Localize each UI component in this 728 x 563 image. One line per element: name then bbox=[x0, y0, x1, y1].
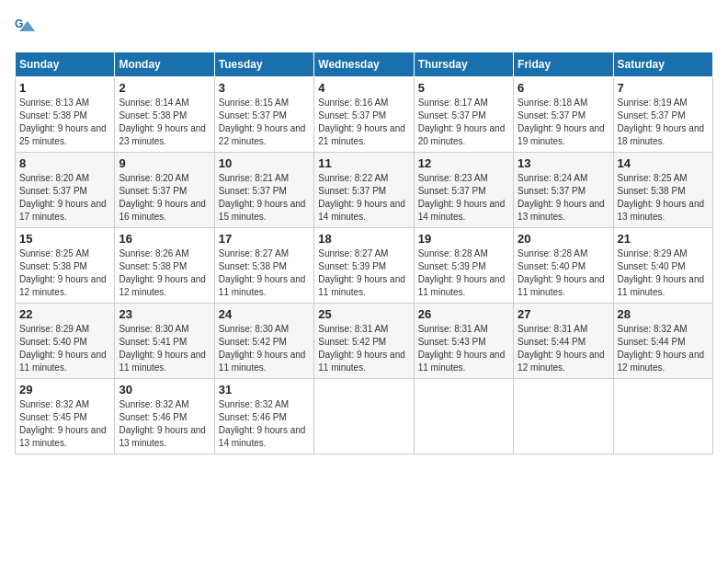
calendar-cell: 2 Sunrise: 8:14 AMSunset: 5:38 PMDayligh… bbox=[115, 77, 214, 153]
day-number: 30 bbox=[119, 383, 210, 396]
calendar-cell: 3 Sunrise: 8:15 AMSunset: 5:37 PMDayligh… bbox=[214, 77, 313, 153]
calendar-cell: 19 Sunrise: 8:28 AMSunset: 5:39 PMDaylig… bbox=[414, 228, 513, 304]
day-number: 4 bbox=[318, 81, 409, 95]
day-number: 5 bbox=[418, 81, 509, 95]
calendar-cell: 17 Sunrise: 8:27 AMSunset: 5:38 PMDaylig… bbox=[214, 228, 313, 304]
calendar-cell: 21 Sunrise: 8:29 AMSunset: 5:40 PMDaylig… bbox=[613, 228, 712, 304]
day-info: Sunrise: 8:21 AMSunset: 5:37 PMDaylight:… bbox=[219, 172, 310, 224]
day-header-tuesday: Tuesday bbox=[214, 52, 313, 77]
calendar-cell: 14 Sunrise: 8:25 AMSunset: 5:38 PMDaylig… bbox=[613, 153, 712, 228]
day-info: Sunrise: 8:32 AMSunset: 5:44 PMDaylight:… bbox=[618, 323, 709, 374]
calendar-week-row: 1 Sunrise: 8:13 AMSunset: 5:38 PMDayligh… bbox=[16, 77, 713, 153]
day-number: 20 bbox=[518, 232, 609, 246]
calendar-cell bbox=[514, 379, 613, 454]
day-number: 29 bbox=[19, 383, 110, 396]
calendar-cell bbox=[314, 379, 414, 454]
day-number: 9 bbox=[119, 156, 210, 170]
calendar-cell: 1 Sunrise: 8:13 AMSunset: 5:38 PMDayligh… bbox=[16, 77, 115, 153]
day-info: Sunrise: 8:29 AMSunset: 5:40 PMDaylight:… bbox=[19, 323, 110, 374]
day-number: 13 bbox=[518, 156, 609, 170]
day-number: 21 bbox=[618, 232, 709, 246]
calendar-cell: 15 Sunrise: 8:25 AMSunset: 5:38 PMDaylig… bbox=[16, 228, 115, 304]
day-info: Sunrise: 8:31 AMSunset: 5:42 PMDaylight:… bbox=[318, 323, 409, 374]
day-number: 31 bbox=[219, 383, 310, 396]
day-info: Sunrise: 8:23 AMSunset: 5:37 PMDaylight:… bbox=[418, 172, 509, 224]
day-number: 28 bbox=[618, 307, 709, 321]
calendar-cell: 25 Sunrise: 8:31 AMSunset: 5:42 PMDaylig… bbox=[314, 304, 414, 379]
day-info: Sunrise: 8:31 AMSunset: 5:43 PMDaylight:… bbox=[418, 323, 509, 374]
page-header: G bbox=[15, 15, 713, 40]
calendar-cell: 20 Sunrise: 8:28 AMSunset: 5:40 PMDaylig… bbox=[514, 228, 613, 304]
calendar-cell: 29 Sunrise: 8:32 AMSunset: 5:45 PMDaylig… bbox=[16, 379, 115, 454]
day-info: Sunrise: 8:25 AMSunset: 5:38 PMDaylight:… bbox=[618, 172, 709, 224]
calendar-cell: 24 Sunrise: 8:30 AMSunset: 5:42 PMDaylig… bbox=[214, 304, 313, 379]
day-number: 26 bbox=[418, 307, 509, 321]
calendar-week-row: 15 Sunrise: 8:25 AMSunset: 5:38 PMDaylig… bbox=[16, 228, 713, 304]
calendar-body: 1 Sunrise: 8:13 AMSunset: 5:38 PMDayligh… bbox=[16, 77, 713, 454]
day-number: 16 bbox=[119, 232, 210, 246]
calendar-cell: 22 Sunrise: 8:29 AMSunset: 5:40 PMDaylig… bbox=[16, 304, 115, 379]
calendar-week-row: 29 Sunrise: 8:32 AMSunset: 5:45 PMDaylig… bbox=[16, 379, 713, 454]
calendar-header-row: SundayMondayTuesdayWednesdayThursdayFrid… bbox=[16, 52, 713, 77]
day-info: Sunrise: 8:29 AMSunset: 5:40 PMDaylight:… bbox=[618, 247, 709, 299]
day-number: 25 bbox=[318, 307, 409, 321]
day-header-monday: Monday bbox=[115, 52, 214, 77]
calendar-week-row: 8 Sunrise: 8:20 AMSunset: 5:37 PMDayligh… bbox=[16, 153, 713, 228]
day-info: Sunrise: 8:18 AMSunset: 5:37 PMDaylight:… bbox=[518, 97, 609, 148]
day-info: Sunrise: 8:20 AMSunset: 5:37 PMDaylight:… bbox=[119, 172, 210, 224]
day-info: Sunrise: 8:28 AMSunset: 5:40 PMDaylight:… bbox=[518, 247, 609, 299]
calendar-cell: 26 Sunrise: 8:31 AMSunset: 5:43 PMDaylig… bbox=[414, 304, 513, 379]
day-number: 22 bbox=[19, 307, 110, 321]
day-info: Sunrise: 8:28 AMSunset: 5:39 PMDaylight:… bbox=[418, 247, 509, 299]
calendar-table: SundayMondayTuesdayWednesdayThursdayFrid… bbox=[15, 52, 713, 454]
day-info: Sunrise: 8:27 AMSunset: 5:38 PMDaylight:… bbox=[219, 247, 310, 299]
logo: G bbox=[15, 15, 44, 40]
day-info: Sunrise: 8:32 AMSunset: 5:46 PMDaylight:… bbox=[119, 398, 210, 450]
calendar-cell bbox=[414, 379, 513, 454]
day-number: 3 bbox=[219, 81, 310, 95]
day-number: 7 bbox=[618, 81, 709, 95]
calendar-cell: 6 Sunrise: 8:18 AMSunset: 5:37 PMDayligh… bbox=[514, 77, 613, 153]
day-info: Sunrise: 8:14 AMSunset: 5:38 PMDaylight:… bbox=[119, 97, 210, 148]
calendar-cell: 31 Sunrise: 8:32 AMSunset: 5:46 PMDaylig… bbox=[214, 379, 313, 454]
day-number: 15 bbox=[19, 232, 110, 246]
day-header-sunday: Sunday bbox=[16, 52, 115, 77]
calendar-cell: 18 Sunrise: 8:27 AMSunset: 5:39 PMDaylig… bbox=[314, 228, 414, 304]
day-number: 12 bbox=[418, 156, 509, 170]
calendar-cell: 30 Sunrise: 8:32 AMSunset: 5:46 PMDaylig… bbox=[115, 379, 214, 454]
day-info: Sunrise: 8:22 AMSunset: 5:37 PMDaylight:… bbox=[318, 172, 409, 224]
day-number: 19 bbox=[418, 232, 509, 246]
day-info: Sunrise: 8:15 AMSunset: 5:37 PMDaylight:… bbox=[219, 97, 310, 148]
day-number: 2 bbox=[119, 81, 210, 95]
day-info: Sunrise: 8:32 AMSunset: 5:45 PMDaylight:… bbox=[19, 398, 110, 450]
day-info: Sunrise: 8:20 AMSunset: 5:37 PMDaylight:… bbox=[19, 172, 110, 224]
calendar-cell: 13 Sunrise: 8:24 AMSunset: 5:37 PMDaylig… bbox=[514, 153, 613, 228]
day-number: 6 bbox=[518, 81, 609, 95]
day-info: Sunrise: 8:32 AMSunset: 5:46 PMDaylight:… bbox=[219, 398, 310, 450]
day-info: Sunrise: 8:30 AMSunset: 5:42 PMDaylight:… bbox=[219, 323, 310, 374]
day-header-friday: Friday bbox=[514, 52, 613, 77]
day-number: 18 bbox=[318, 232, 409, 246]
calendar-cell: 12 Sunrise: 8:23 AMSunset: 5:37 PMDaylig… bbox=[414, 153, 513, 228]
day-number: 8 bbox=[19, 156, 110, 170]
day-number: 14 bbox=[618, 156, 709, 170]
day-header-wednesday: Wednesday bbox=[314, 52, 414, 77]
day-number: 24 bbox=[219, 307, 310, 321]
calendar-week-row: 22 Sunrise: 8:29 AMSunset: 5:40 PMDaylig… bbox=[16, 304, 713, 379]
day-number: 11 bbox=[318, 156, 409, 170]
day-info: Sunrise: 8:17 AMSunset: 5:37 PMDaylight:… bbox=[418, 97, 509, 148]
day-info: Sunrise: 8:16 AMSunset: 5:37 PMDaylight:… bbox=[318, 97, 409, 148]
calendar-cell: 5 Sunrise: 8:17 AMSunset: 5:37 PMDayligh… bbox=[414, 77, 513, 153]
day-info: Sunrise: 8:27 AMSunset: 5:39 PMDaylight:… bbox=[318, 247, 409, 299]
logo-icon: G bbox=[15, 15, 40, 40]
day-number: 10 bbox=[219, 156, 310, 170]
calendar-cell: 16 Sunrise: 8:26 AMSunset: 5:38 PMDaylig… bbox=[115, 228, 214, 304]
calendar-cell: 9 Sunrise: 8:20 AMSunset: 5:37 PMDayligh… bbox=[115, 153, 214, 228]
day-info: Sunrise: 8:25 AMSunset: 5:38 PMDaylight:… bbox=[19, 247, 110, 299]
day-info: Sunrise: 8:31 AMSunset: 5:44 PMDaylight:… bbox=[518, 323, 609, 374]
day-number: 23 bbox=[119, 307, 210, 321]
calendar-cell: 8 Sunrise: 8:20 AMSunset: 5:37 PMDayligh… bbox=[16, 153, 115, 228]
calendar-cell: 10 Sunrise: 8:21 AMSunset: 5:37 PMDaylig… bbox=[214, 153, 313, 228]
day-info: Sunrise: 8:24 AMSunset: 5:37 PMDaylight:… bbox=[518, 172, 609, 224]
day-header-thursday: Thursday bbox=[414, 52, 513, 77]
